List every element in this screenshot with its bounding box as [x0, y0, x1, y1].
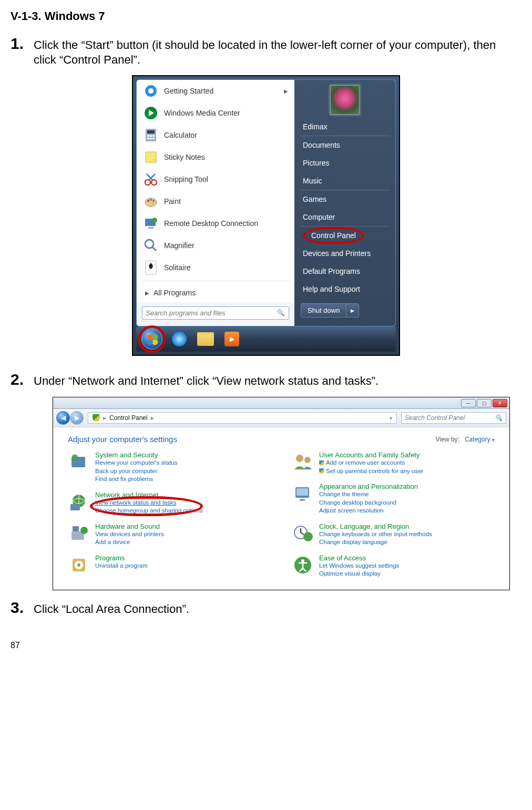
search-input[interactable] [142, 306, 289, 320]
cat-link[interactable]: Change desktop background [319, 499, 418, 507]
svg-point-21 [152, 218, 157, 223]
media-center-icon [143, 105, 159, 121]
view-by-label: View by: [436, 436, 459, 443]
maximize-button[interactable]: ▢ [477, 399, 492, 407]
avatar-box [294, 80, 395, 118]
cat-title[interactable]: Network and Internet [95, 491, 203, 499]
page-number: 87 [11, 641, 521, 650]
all-programs[interactable]: ▶ All Programs [137, 283, 294, 302]
taskbar-media-player-icon[interactable]: ▶ [222, 331, 241, 347]
right-item-pictures[interactable]: Pictures [294, 154, 395, 172]
svg-point-12 [145, 180, 150, 185]
menu-item-magnifier[interactable]: Magnifier [137, 234, 294, 257]
cat-link[interactable]: View devices and printers [95, 530, 164, 539]
cat-user-accounts: User Accounts and Family Safety Add or r… [292, 451, 495, 475]
menu-label: Magnifier [164, 241, 288, 250]
breadcrumb-text: Control Panel [109, 414, 148, 422]
svg-rect-7 [152, 135, 155, 137]
cat-link[interactable]: Review your computer's status [95, 459, 177, 467]
search-icon: 🔍 [495, 414, 503, 422]
cat-link[interactable]: Add a device [95, 538, 164, 547]
svg-rect-20 [148, 227, 154, 229]
control-panel-body: Adjust your computer's settings View by:… [53, 427, 509, 590]
cat-link[interactable]: Optimize visual display [319, 570, 399, 578]
breadcrumb-bar[interactable]: ▸ Control Panel ▸ ▾ [88, 412, 397, 424]
right-item-help-support[interactable]: Help and Support [294, 280, 395, 298]
hardware-sound-icon [68, 522, 90, 545]
menu-item-remote-desktop[interactable]: Remote Desktop Connection [137, 212, 294, 234]
svg-rect-36 [296, 488, 308, 496]
taskbar-explorer-icon[interactable] [196, 331, 215, 347]
taskbar-ie-icon[interactable] [170, 331, 189, 347]
menu-label: Windows Media Center [164, 109, 288, 117]
cat-title[interactable]: Appearance and Personalization [319, 483, 418, 490]
cat-link[interactable]: Let Windows suggest settings [319, 562, 399, 570]
right-item-devices-printers[interactable]: Devices and Printers [294, 244, 395, 262]
clock-language-icon [292, 522, 314, 545]
svg-point-33 [296, 455, 303, 462]
menu-label: Getting Started [164, 87, 279, 95]
cat-title[interactable]: Hardware and Sound [95, 522, 164, 530]
cat-link[interactable]: Change the theme [319, 490, 418, 499]
menu-item-getting-started[interactable]: Getting Started ▶ [137, 80, 294, 102]
menu-label: Solitaire [164, 263, 288, 272]
minimize-button[interactable]: — [461, 399, 476, 407]
cat-link[interactable]: Set up parental controls for any user [319, 467, 423, 476]
breadcrumb-sep: ▸ [151, 414, 154, 422]
menu-item-snipping-tool[interactable]: Snipping Tool [137, 168, 294, 190]
cat-title[interactable]: Programs [95, 554, 148, 562]
cat-title[interactable]: System and Security [95, 451, 177, 459]
shutdown-label: Shut down [301, 304, 346, 317]
menu-item-sticky-notes[interactable]: Sticky Notes [137, 146, 294, 168]
step-number: 3. [11, 599, 32, 617]
right-item-documents[interactable]: Documents [294, 136, 395, 154]
search-control-panel[interactable]: Search Control Panel 🔍 [401, 412, 506, 424]
highlight-circle-start [138, 325, 166, 353]
svg-rect-5 [147, 135, 149, 137]
start-menu-left: Getting Started ▶ Windows Media Center C… [137, 80, 294, 326]
cat-link[interactable]: Add or remove user accounts [319, 459, 423, 467]
back-button[interactable]: ◀ [56, 411, 70, 425]
cat-title[interactable]: User Accounts and Family Safety [319, 451, 423, 459]
cat-link[interactable]: Adjust screen resolution [319, 507, 418, 515]
cat-link[interactable]: View network status and tasks [95, 499, 203, 507]
cat-link[interactable]: Change display language [319, 538, 432, 547]
svg-point-41 [301, 559, 304, 562]
shutdown-button[interactable]: Shut down ▶ [301, 303, 359, 317]
user-avatar[interactable] [330, 85, 360, 115]
right-item-games[interactable]: Games [294, 190, 395, 208]
step-2: 2. Under “Network and Internet” click “V… [11, 371, 521, 388]
view-by[interactable]: View by: Category ▾ [436, 436, 495, 443]
menu-item-media-center[interactable]: Windows Media Center [137, 102, 294, 124]
right-item-computer[interactable]: Computer [294, 208, 395, 226]
shield-icon [319, 468, 324, 474]
svg-point-16 [150, 199, 152, 201]
right-item-control-panel[interactable]: Control Panel [294, 227, 395, 244]
appearance-icon [292, 483, 314, 505]
chevron-right-icon[interactable]: ▶ [346, 304, 359, 317]
cat-link[interactable]: Find and fix problems [95, 475, 177, 484]
right-item-music[interactable]: Music [294, 172, 395, 190]
svg-rect-37 [300, 499, 305, 501]
forward-button[interactable]: ▶ [70, 411, 84, 425]
menu-item-paint[interactable]: Paint [137, 190, 294, 212]
cat-title[interactable]: Ease of Access [319, 554, 399, 562]
dropdown-icon[interactable]: ▾ [390, 415, 392, 421]
close-button[interactable]: ✕ [493, 399, 507, 407]
sticky-notes-icon [143, 149, 159, 165]
right-item-default-programs[interactable]: Default Programs [294, 262, 395, 280]
menu-item-solitaire[interactable]: Solitaire [137, 257, 294, 279]
cat-link[interactable]: Change keyboards or other input methods [319, 530, 432, 539]
step-1: 1. Click the “Start” button (it should b… [11, 35, 521, 67]
cat-link[interactable]: Choose homegroup and sharing options [95, 507, 203, 515]
figure-start-menu: Getting Started ▶ Windows Media Center C… [132, 75, 400, 356]
shield-icon [319, 460, 324, 466]
cat-title[interactable]: Clock, Language, and Region [319, 522, 432, 530]
cat-link[interactable]: Uninstall a program [95, 562, 148, 570]
menu-item-calculator[interactable]: Calculator [137, 124, 294, 146]
start-menu-right: Edimax Documents Pictures Music Games Co… [294, 80, 395, 326]
cat-programs: Programs Uninstall a program [68, 554, 271, 576]
right-item-user[interactable]: Edimax [294, 118, 395, 136]
breadcrumb-sep: ▸ [103, 414, 106, 422]
cat-link[interactable]: Back up your computer [95, 467, 177, 476]
